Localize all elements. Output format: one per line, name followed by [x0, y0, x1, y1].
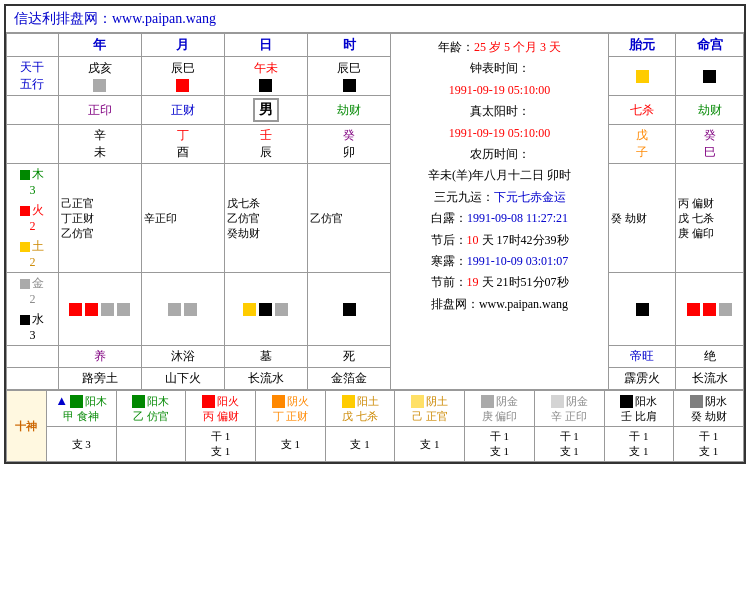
sq-d1	[243, 303, 256, 316]
cang-hour: 乙仿官	[307, 164, 390, 273]
shishen-col-0a: ▲ 阳木 甲 食神	[46, 391, 116, 427]
sqs-day	[224, 273, 307, 346]
col-header-row: 年 月 日 时 年龄：25 岁 5 个月 3 天 钟表时间： 1991-09-1…	[7, 34, 744, 57]
mu-sq	[20, 170, 30, 180]
dizhi-year: 辛 未	[58, 125, 141, 164]
hanlu-line: 寒露：1991-10-09 03:01:07	[394, 251, 605, 271]
shishen-0b-name: 乙 仿官	[118, 409, 185, 424]
minggong-cang-2: 戊 七杀	[678, 211, 741, 226]
col-day: 日	[224, 34, 307, 57]
jin-num: 2	[29, 292, 35, 307]
nayin-year: 路旁土	[58, 368, 141, 390]
shishen-label-text: 十神	[8, 419, 45, 434]
header-text: 信达利排盘网：	[14, 11, 112, 26]
shishen-bottom-table: 十神 ▲ 阳木 甲 食神 阳木 乙 仿官	[6, 390, 744, 462]
sq-year	[93, 79, 106, 92]
count-2-zhi: 支 1	[257, 437, 324, 452]
paipan-url: www.paipan.wang	[479, 297, 568, 311]
shishen-col-8: 阴水 癸 劫财	[674, 391, 744, 427]
count-5: 干 1 支 1	[465, 427, 535, 462]
shishen-month: 正财	[141, 96, 224, 125]
shishen-sq-0a	[70, 395, 83, 408]
col-minggong: 命宫	[676, 34, 744, 57]
cang-month-1: 辛正印	[144, 211, 222, 226]
clock-label: 钟表时间：	[470, 61, 530, 75]
main-table: 年 月 日 时 年龄：25 岁 5 个月 3 天 钟表时间： 1991-09-1…	[6, 33, 744, 390]
nayin-hour: 金箔金	[307, 368, 390, 390]
dizhi-year-bottom: 未	[62, 144, 138, 161]
sq-d3	[275, 303, 288, 316]
nayin-month: 山下火	[141, 368, 224, 390]
taiyuan-bottom: 子	[612, 144, 672, 161]
dizhi-year-top: 辛	[62, 127, 138, 144]
shishen-2-name: 丁 正财	[257, 409, 324, 424]
minggong-top: 癸	[679, 127, 740, 144]
dizhi-month: 丁 酉	[141, 125, 224, 164]
wuxing-text: 五行	[10, 76, 55, 93]
shishen-0a-text: 阳木	[85, 394, 107, 409]
dizhi-label	[7, 125, 59, 164]
count-6-zhi: 支 1	[536, 444, 603, 459]
shishen-col-0b: 阳木 乙 仿官	[116, 391, 186, 427]
huo-text: 火	[32, 202, 44, 219]
info-panel: 年龄：25 岁 5 个月 3 天 钟表时间： 1991-09-19 05:10:…	[391, 34, 609, 390]
shishen-col-1: 阳火 丙 偏财	[186, 391, 256, 427]
dizhi-day-bottom: 辰	[228, 144, 304, 161]
clock-value-line: 1991-09-19 05:10:00	[394, 80, 605, 100]
count-7-zhi: 支 1	[606, 444, 673, 459]
shishen-bottom-row1: 十神 ▲ 阳木 甲 食神 阳木 乙 仿官	[7, 391, 744, 427]
hanlu-value: 1991-10-09 03:01:07	[467, 254, 569, 268]
taiyuan-sqs	[609, 273, 676, 346]
dizhi-day: 壬 辰	[224, 125, 307, 164]
count-4: 支 1	[395, 427, 465, 462]
count-5-zhi: 支 1	[466, 444, 533, 459]
shishen-sq-4	[411, 395, 424, 408]
jiehou-rest: 天 17时42分39秒	[479, 233, 569, 247]
bailou-value: 1991-09-08 11:27:21	[467, 211, 568, 225]
tu-num: 2	[29, 255, 35, 270]
shui-text: 水	[32, 311, 44, 328]
shishen-6-text: 阴金	[566, 394, 588, 409]
cang-year-1: 己正官	[61, 196, 139, 211]
empty-corner	[7, 34, 59, 57]
age-line: 年龄：25 岁 5 个月 3 天	[394, 37, 605, 57]
shishen-0b-text: 阳木	[147, 394, 169, 409]
shishen-col-6: 阴金 辛 正印	[534, 391, 604, 427]
lunar-value-line: 辛未(羊)年八月十二日 卯时	[394, 165, 605, 185]
changsheng-year: 养	[58, 346, 141, 368]
shishen-day: 男	[224, 96, 307, 125]
tiangan-day-text: 午未	[228, 60, 304, 77]
cang-hour-1: 乙仿官	[310, 211, 388, 226]
taiyuan-cang: 癸 劫财	[609, 164, 676, 273]
dizhi-hour: 癸 卯	[307, 125, 390, 164]
sq-y2	[85, 303, 98, 316]
shishen-6-name: 辛 正印	[536, 409, 603, 424]
count-8-gan: 干 1	[675, 429, 742, 444]
dizhi-day-top: 壬	[228, 127, 304, 144]
sq-m2	[184, 303, 197, 316]
shishen-1-name: 丙 偏财	[187, 409, 254, 424]
shishen-5-text: 阴金	[496, 394, 518, 409]
shishen-year: 正印	[58, 96, 141, 125]
sq-d2	[259, 303, 272, 316]
header-url: www.paipan.wang	[112, 11, 216, 26]
shishen-col-2: 阴火 丁 正财	[256, 391, 326, 427]
minggong-sq-r3	[719, 303, 732, 316]
lunar-label-line: 农历时间：	[394, 144, 605, 164]
tu-sq	[20, 242, 30, 252]
jiehou-label: 节后：	[431, 233, 467, 247]
shishen-sq-2	[272, 395, 285, 408]
taiyuan-dizhi: 戊 子	[609, 125, 676, 164]
minggong-sq-r1	[687, 303, 700, 316]
shishen-4-name: 己 正官	[396, 409, 463, 424]
taiyuan-changsheng: 帝旺	[609, 346, 676, 368]
shui-sq-lbl	[20, 315, 30, 325]
nayin-day: 长流水	[224, 368, 307, 390]
changsheng-row: 养 沐浴 墓 死 帝旺 绝	[7, 346, 744, 368]
dizhi-hour-top: 癸	[311, 127, 387, 144]
shishen-sq-6	[551, 395, 564, 408]
changsheng-day: 墓	[224, 346, 307, 368]
shishen-1-text: 阳火	[217, 394, 239, 409]
tiangan-text: 天干	[10, 59, 55, 76]
gender-box: 男	[253, 98, 279, 122]
